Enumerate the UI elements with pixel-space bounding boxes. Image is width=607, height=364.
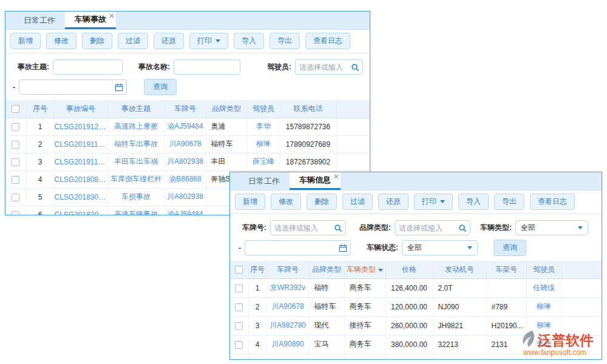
- cell-driver[interactable]: 薛宝峰: [247, 153, 280, 170]
- cell-plate[interactable]: 渝AJ59484: [164, 118, 206, 135]
- edit-button[interactable]: 修改: [46, 33, 76, 49]
- name-input[interactable]: [174, 59, 240, 75]
- cell-plate[interactable]: 京WR392v: [266, 278, 309, 297]
- cell-accident-no[interactable]: CLSG2019120001: [54, 118, 107, 135]
- query-button[interactable]: 查询: [493, 240, 526, 256]
- cell-driver[interactable]: 柳琳: [526, 297, 561, 316]
- col-driver[interactable]: 驾驶员: [526, 261, 561, 278]
- col-brand[interactable]: 品牌类型: [309, 261, 344, 278]
- view-log-button[interactable]: 查看日志: [305, 33, 350, 49]
- cell-subject[interactable]: 高速路上摩擦: [107, 118, 164, 135]
- tab-vehicle-accident[interactable]: 车辆事故: [65, 12, 116, 29]
- tab-daily-work[interactable]: 日常工作: [14, 12, 65, 29]
- print-button[interactable]: 打印: [189, 33, 228, 49]
- calendar-icon[interactable]: [339, 244, 347, 252]
- filter-button[interactable]: 过滤: [118, 33, 148, 49]
- vehicle-status-select[interactable]: 全部: [402, 240, 478, 255]
- cell-plate[interactable]: 渝B86868: [164, 170, 206, 188]
- cell-driver[interactable]: 柳琳: [526, 316, 561, 335]
- tab-vehicle-info[interactable]: 车辆信息: [290, 172, 341, 190]
- col-vehicle-type-sorted[interactable]: 车辆类型: [344, 261, 385, 278]
- cell-plate[interactable]: 川A802938: [164, 188, 206, 206]
- search-icon[interactable]: [334, 224, 342, 232]
- restore-button[interactable]: 还原: [378, 194, 409, 210]
- col-price[interactable]: 价格: [385, 261, 433, 278]
- cell-subject[interactable]: 车损事故: [107, 188, 164, 206]
- row-checkbox[interactable]: [12, 211, 19, 215]
- cell-subject[interactable]: 丰田车出车祸: [107, 153, 164, 170]
- cell-driver[interactable]: 任晓缐: [526, 278, 561, 297]
- cell-accident-no[interactable]: CLSG2019110002: [54, 135, 107, 153]
- col-seq[interactable]: 序号: [248, 261, 266, 278]
- cell-driver[interactable]: 李华: [526, 335, 561, 354]
- cell-subject[interactable]: 高速车辆事故: [107, 206, 164, 215]
- col-subject[interactable]: 事故主题: [107, 100, 164, 118]
- cell-plate[interactable]: 川A98271: [266, 354, 309, 360]
- add-button[interactable]: 新增: [10, 33, 41, 49]
- tab-daily-work[interactable]: 日常工作: [239, 172, 290, 190]
- col-seq[interactable]: 序号: [26, 100, 54, 118]
- row-checkbox[interactable]: [12, 123, 19, 131]
- row-checkbox[interactable]: [12, 158, 19, 166]
- cell-accident-no[interactable]: CLSG201820001: [54, 206, 107, 215]
- col-driver[interactable]: 驾驶员: [247, 100, 280, 118]
- delete-button[interactable]: 删除: [82, 33, 112, 49]
- query-button[interactable]: 查询: [144, 79, 177, 95]
- search-icon[interactable]: [351, 63, 359, 72]
- view-log-button[interactable]: 查看日志: [530, 194, 575, 210]
- calendar-icon[interactable]: [115, 83, 123, 92]
- col-plate[interactable]: 车牌号: [164, 100, 206, 118]
- select-all-checkbox[interactable]: [12, 105, 19, 113]
- row-checkbox[interactable]: [235, 322, 243, 330]
- cell-accident-no[interactable]: CLSG201830001: [54, 188, 107, 206]
- cell-plate[interactable]: 渝AJ59484: [164, 206, 206, 215]
- checkbox-cell: [5, 153, 26, 170]
- import-button[interactable]: 导入: [458, 194, 489, 210]
- cell-brand: 奥迪: [206, 118, 247, 135]
- cell-plate[interactable]: 川A982780: [266, 316, 309, 335]
- restore-button[interactable]: 还原: [154, 33, 184, 49]
- close-icon[interactable]: [334, 174, 339, 179]
- row-checkbox[interactable]: [235, 303, 243, 311]
- cell-brand: 福特车: [206, 135, 247, 153]
- cell-accident-no[interactable]: CLSG2018080001: [54, 170, 107, 188]
- date-input[interactable]: [245, 240, 351, 255]
- tab-label: 车辆信息: [299, 175, 331, 186]
- col-engine-no[interactable]: 发动机号: [433, 261, 486, 278]
- add-button[interactable]: 新增: [235, 194, 265, 210]
- import-button[interactable]: 导入: [234, 33, 264, 49]
- row-checkbox[interactable]: [12, 176, 19, 184]
- export-button[interactable]: 导出: [494, 194, 524, 210]
- cell-driver[interactable]: 李华: [247, 118, 280, 135]
- row-checkbox[interactable]: [235, 285, 243, 292]
- row-checkbox[interactable]: [12, 194, 19, 201]
- close-icon[interactable]: [109, 13, 114, 18]
- cell-accident-no[interactable]: CLSG2019110001: [54, 153, 107, 170]
- cell-plate[interactable]: 川A90678: [266, 297, 309, 316]
- cell-plate[interactable]: 川A802938: [164, 153, 206, 170]
- cell-plate[interactable]: 川A90890: [266, 335, 309, 354]
- col-accident-no[interactable]: 事故编号: [54, 100, 107, 118]
- print-button[interactable]: 打印: [414, 194, 453, 210]
- select-all-checkbox[interactable]: [235, 266, 243, 274]
- cell-driver[interactable]: 柳琳: [247, 135, 280, 153]
- row-checkbox[interactable]: [12, 141, 19, 149]
- cell-plate[interactable]: 川A90678: [164, 135, 206, 153]
- col-frame-no[interactable]: 车架号: [486, 261, 526, 278]
- cell-driver[interactable]: 李华: [526, 354, 561, 360]
- edit-button[interactable]: 修改: [271, 194, 301, 210]
- col-phone[interactable]: 联系电话: [280, 100, 336, 118]
- row-checkbox[interactable]: [235, 341, 243, 349]
- col-brand[interactable]: 品牌类型: [206, 100, 247, 118]
- filter-button[interactable]: 过滤: [342, 194, 373, 210]
- date-input[interactable]: [19, 79, 127, 95]
- search-icon[interactable]: [458, 224, 467, 232]
- vehicle-type-select[interactable]: 全部: [515, 220, 588, 235]
- delete-button[interactable]: 删除: [307, 194, 337, 210]
- cell-subject[interactable]: 福特车出事故: [107, 135, 164, 153]
- cell-subject[interactable]: 车库倒车撞栏杆: [107, 170, 164, 188]
- subject-input[interactable]: [53, 59, 123, 75]
- col-plate[interactable]: 车牌号: [266, 261, 309, 278]
- export-button[interactable]: 导出: [270, 33, 300, 49]
- sort-caret-down-icon[interactable]: [378, 269, 383, 272]
